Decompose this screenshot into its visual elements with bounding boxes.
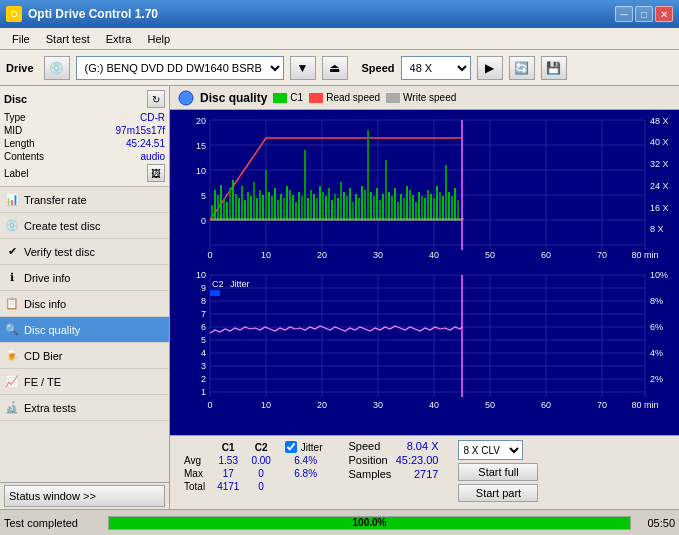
sidebar-item-extra-tests[interactable]: 🔬 Extra tests <box>0 395 169 421</box>
svg-text:0: 0 <box>207 400 212 410</box>
svg-rect-108 <box>421 196 423 220</box>
svg-rect-53 <box>256 198 258 220</box>
max-jitter: 6.8% <box>277 467 329 480</box>
type-label: Type <box>4 112 26 123</box>
col-c1-header: C1 <box>211 440 245 454</box>
svg-rect-61 <box>280 194 282 220</box>
disc-info-icon: 📋 <box>4 296 20 312</box>
svg-rect-72 <box>313 194 315 220</box>
action-btn2[interactable]: 💾 <box>541 56 567 80</box>
svg-rect-111 <box>430 194 432 220</box>
drive-select[interactable]: (G:) BENQ DVD DD DW1640 BSRB <box>76 56 284 80</box>
legend-write-speed: Write speed <box>386 92 456 103</box>
speed-arrow-btn[interactable]: ▶ <box>477 56 503 80</box>
jitter-checkbox[interactable] <box>285 441 297 453</box>
drive-eject-btn[interactable]: ⏏ <box>322 56 348 80</box>
drive-arrow-btn[interactable]: ▼ <box>290 56 316 80</box>
menu-extra[interactable]: Extra <box>98 31 140 47</box>
svg-text:70: 70 <box>597 400 607 410</box>
sidebar-item-drive-info[interactable]: ℹ Drive info <box>0 265 169 291</box>
svg-rect-38 <box>211 205 213 220</box>
fe-te-icon: 📈 <box>4 374 20 390</box>
svg-rect-102 <box>403 198 405 220</box>
start-full-button[interactable]: Start full <box>458 463 538 481</box>
svg-text:3: 3 <box>201 361 206 371</box>
svg-text:5: 5 <box>201 335 206 345</box>
svg-rect-68 <box>301 196 303 220</box>
sidebar-item-disc-info[interactable]: 📋 Disc info <box>0 291 169 317</box>
svg-rect-97 <box>388 192 390 220</box>
svg-rect-55 <box>262 195 264 220</box>
svg-rect-73 <box>316 198 318 220</box>
svg-rect-105 <box>412 195 414 220</box>
svg-text:60: 60 <box>541 400 551 410</box>
transfer-rate-icon: 📊 <box>4 192 20 208</box>
svg-text:1: 1 <box>201 387 206 397</box>
svg-text:30: 30 <box>373 400 383 410</box>
cd-bier-icon: 🍺 <box>4 348 20 364</box>
sidebar-status: Status window >> <box>0 482 169 509</box>
sidebar-item-disc-quality[interactable]: 🔍 Disc quality <box>0 317 169 343</box>
disc-label-button[interactable]: 🖼 <box>147 164 165 182</box>
disc-refresh-button[interactable]: ↻ <box>147 90 165 108</box>
svg-text:0: 0 <box>201 216 206 226</box>
svg-rect-71 <box>310 190 312 220</box>
maximize-button[interactable]: □ <box>635 6 653 22</box>
svg-text:80 min: 80 min <box>631 250 658 260</box>
drive-icon-btn[interactable]: 💿 <box>44 56 70 80</box>
minimize-button[interactable]: ─ <box>615 6 633 22</box>
svg-rect-77 <box>328 188 330 220</box>
action-btn1[interactable]: 🔄 <box>509 56 535 80</box>
svg-rect-80 <box>337 198 339 220</box>
svg-rect-65 <box>292 195 294 220</box>
drive-label: Drive <box>6 62 34 74</box>
contents-label: Contents <box>4 151 44 162</box>
total-c1: 4171 <box>211 480 245 493</box>
avg-label: Avg <box>178 454 211 467</box>
avg-c2: 0.00 <box>245 454 276 467</box>
sidebar-item-label: Drive info <box>24 272 70 284</box>
svg-rect-100 <box>397 202 399 220</box>
sidebar-item-cd-bier[interactable]: 🍺 CD Bier <box>0 343 169 369</box>
progress-text: 100.0% <box>109 517 630 529</box>
sidebar-item-transfer-rate[interactable]: 📊 Transfer rate <box>0 187 169 213</box>
max-c1: 17 <box>211 467 245 480</box>
svg-rect-107 <box>418 192 420 220</box>
max-c2: 0 <box>245 467 276 480</box>
jitter-label: Jitter <box>301 442 323 453</box>
legend-write-speed-color <box>386 93 400 103</box>
svg-text:10: 10 <box>196 166 206 176</box>
svg-text:50: 50 <box>485 250 495 260</box>
svg-rect-96 <box>385 160 387 220</box>
sidebar-item-verify-test-disc[interactable]: ✔ Verify test disc <box>0 239 169 265</box>
clv-speed-select[interactable]: 8 X CLV <box>458 440 523 460</box>
svg-text:48 X: 48 X <box>650 116 669 126</box>
close-button[interactable]: ✕ <box>655 6 673 22</box>
sidebar: Disc ↻ Type CD-R MID 97m15s17f Length 45… <box>0 86 170 509</box>
legend-c1-color <box>273 93 287 103</box>
svg-rect-95 <box>382 194 384 220</box>
charts-container: 20 15 10 5 0 48 X 40 X 32 X 24 X 16 X 8 … <box>170 110 679 435</box>
status-window-button[interactable]: Status window >> <box>4 485 165 507</box>
disc-panel: Disc ↻ Type CD-R MID 97m15s17f Length 45… <box>0 86 169 187</box>
svg-rect-66 <box>295 202 297 220</box>
svg-rect-40 <box>217 195 219 220</box>
window-title: Opti Drive Control 1.70 <box>28 7 158 21</box>
top-chart: 20 15 10 5 0 48 X 40 X 32 X 24 X 16 X 8 … <box>170 110 679 265</box>
sidebar-item-fe-te[interactable]: 📈 FE / TE <box>0 369 169 395</box>
menu-help[interactable]: Help <box>139 31 178 47</box>
menu-file[interactable]: File <box>4 31 38 47</box>
svg-text:24 X: 24 X <box>650 181 669 191</box>
svg-text:5: 5 <box>201 191 206 201</box>
svg-rect-70 <box>307 198 309 220</box>
svg-rect-63 <box>286 186 288 220</box>
start-part-button[interactable]: Start part <box>458 484 538 502</box>
svg-text:10: 10 <box>261 250 271 260</box>
time-text: 05:50 <box>635 517 675 529</box>
sidebar-item-create-test-disc[interactable]: 💿 Create test disc <box>0 213 169 239</box>
disc-title: Disc <box>4 93 27 105</box>
speed-select[interactable]: 48 X <box>401 56 471 80</box>
svg-rect-75 <box>322 192 324 220</box>
svg-rect-54 <box>259 190 261 220</box>
menu-start-test[interactable]: Start test <box>38 31 98 47</box>
